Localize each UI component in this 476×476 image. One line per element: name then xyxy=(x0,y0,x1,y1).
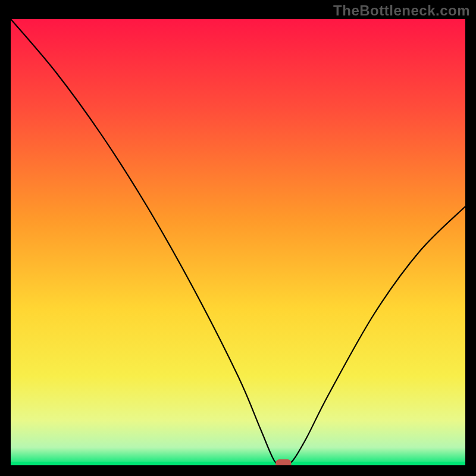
watermark-text: TheBottleneck.com xyxy=(333,2,470,19)
minimum-marker xyxy=(275,459,291,465)
gradient-background xyxy=(11,19,465,465)
bottleneck-plot xyxy=(11,19,465,465)
plot-svg xyxy=(11,19,465,465)
chart-frame: TheBottleneck.com xyxy=(0,0,476,476)
